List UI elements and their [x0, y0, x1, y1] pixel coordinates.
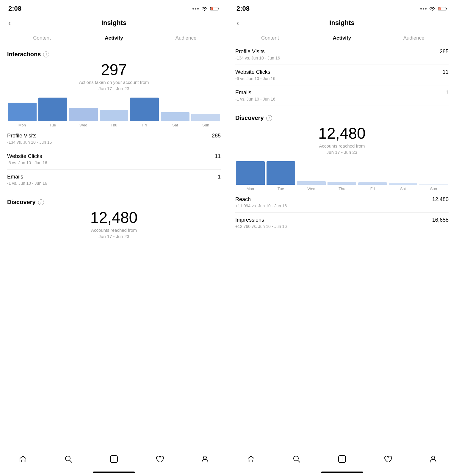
metric-reach-r: Reach 12,480 +11,094 vs. Jun 10 - Jun 16	[235, 192, 449, 213]
d-bar-col-fri: Fri	[358, 161, 387, 191]
discovery-label: Discovery	[7, 199, 36, 206]
website-clicks-value-r: 11	[443, 69, 449, 75]
bar-col-mon: Mon	[8, 98, 37, 127]
discovery-sub: Accounts reached fromJun 17 - Jun 23	[7, 227, 221, 239]
nav-search-left[interactable]	[61, 454, 76, 464]
bar-sat	[161, 112, 189, 121]
tab-activity-left[interactable]: Activity	[78, 32, 150, 44]
tab-audience-right[interactable]: Audience	[378, 32, 450, 44]
svg-rect-10	[446, 8, 447, 9]
d-bar-sun	[419, 184, 448, 185]
d-bar-label-wed: Wed	[308, 187, 316, 191]
emails-sub-r: -1 vs. Jun 10 - Jun 16	[235, 97, 449, 101]
left-phone: 2:08	[0, 0, 228, 476]
discovery-label-r: Discovery	[235, 115, 264, 121]
bar-col-thu: Thu	[100, 98, 129, 127]
status-icons-left	[192, 6, 220, 11]
d-bar-wed	[297, 181, 326, 185]
svg-line-13	[298, 460, 300, 462]
website-clicks-value: 11	[215, 153, 221, 159]
tabs-left: Content Activity Audience	[0, 32, 228, 44]
interactions-sub: Actions taken on your account fromJun 17…	[7, 79, 221, 92]
metric-website-clicks-r: Website Clicks 11 -6 vs. Jun 10 - Jun 16	[235, 65, 449, 85]
discovery-info-icon[interactable]: i	[38, 199, 44, 205]
d-bar-label-fri: Fri	[370, 187, 375, 191]
content-right: Profile Visits 285 -134 vs. Jun 10 - Jun…	[228, 44, 456, 450]
d-bar-thu	[327, 182, 356, 185]
search-icon	[64, 455, 73, 463]
emails-label: Emails	[7, 174, 23, 180]
metric-website-clicks: Website Clicks 11 -6 vs. Jun 10 - Jun 16	[7, 149, 221, 170]
bar-col-sun: Sun	[191, 98, 220, 127]
website-clicks-sub-r: -6 vs. Jun 10 - Jun 16	[235, 76, 449, 81]
back-button-right[interactable]: ‹	[234, 18, 242, 28]
discovery-total: 12,480	[7, 210, 221, 225]
bar-wed	[69, 108, 98, 121]
emails-value: 1	[218, 174, 221, 180]
discovery-heading-r: Discovery i	[235, 115, 449, 121]
tab-content-left[interactable]: Content	[6, 32, 78, 44]
website-clicks-label-r: Website Clicks	[235, 69, 270, 75]
d-bar-sat	[389, 183, 418, 185]
tab-activity-right[interactable]: Activity	[306, 32, 378, 44]
discovery-heading: Discovery i	[7, 199, 221, 206]
home-icon	[19, 455, 27, 463]
impressions-value-r: 16,658	[432, 217, 449, 223]
tabs-right: Content Activity Audience	[228, 32, 456, 44]
person-icon	[201, 455, 209, 463]
bar-col-tue: Tue	[38, 98, 67, 127]
interactions-bar-chart: Mon Tue Wed Thu	[7, 98, 221, 127]
status-icons-right	[420, 6, 447, 11]
heart-icon	[155, 455, 164, 463]
tab-content-right[interactable]: Content	[234, 32, 306, 44]
wifi-icon-r	[429, 6, 435, 11]
d-bar-label-sun: Sun	[430, 187, 437, 191]
d-bar-label-tue: Tue	[278, 187, 284, 191]
status-time-right: 2:08	[236, 5, 250, 12]
reach-value-r: 12,480	[432, 196, 449, 203]
d-bar-label-mon: Mon	[247, 187, 254, 191]
metric-profile-visits-r: Profile Visits 285 -134 vs. Jun 10 - Jun…	[235, 44, 449, 65]
nav-home-right[interactable]	[244, 454, 258, 464]
d-bar-label-sat: Sat	[400, 187, 406, 191]
tab-audience-left[interactable]: Audience	[150, 32, 222, 44]
svg-rect-1	[218, 8, 219, 9]
nav-add-right[interactable]	[335, 454, 349, 464]
emails-sub: -1 vs. Jun 10 - Jun 16	[7, 181, 221, 186]
content-left: Interactions i 297 Actions taken on your…	[0, 44, 228, 450]
home-indicator-right	[321, 472, 363, 473]
back-button-left[interactable]: ‹	[6, 18, 13, 28]
profile-visits-sub-r: -134 vs. Jun 10 - Jun 16	[235, 56, 449, 60]
status-bar-right: 2:08	[228, 0, 456, 15]
right-phone: 2:08	[228, 0, 456, 476]
header-right: ‹ Insights	[228, 15, 456, 32]
bar-chart-bars: Mon Tue Wed Thu	[7, 98, 221, 127]
profile-visits-value-r: 285	[440, 48, 449, 55]
status-bar-left: 2:08	[0, 0, 228, 15]
nav-heart-right[interactable]	[380, 454, 395, 464]
bar-tue	[38, 98, 67, 121]
d-bar-tue	[267, 161, 295, 185]
bar-label-mon: Mon	[18, 123, 26, 127]
metric-emails: Emails 1 -1 vs. Jun 10 - Jun 16	[7, 170, 221, 190]
nav-profile-left[interactable]	[198, 454, 212, 464]
signal-dots-icon-r	[420, 8, 427, 10]
svg-line-4	[70, 460, 72, 462]
profile-visits-sub: -134 vs. Jun 10 - Jun 16	[7, 140, 221, 145]
nav-home-left[interactable]	[16, 454, 30, 464]
nav-search-right[interactable]	[289, 454, 304, 464]
bar-col-fri: Fri	[130, 98, 159, 127]
bar-col-sat: Sat	[161, 98, 189, 127]
bar-label-tue: Tue	[49, 123, 56, 127]
metric-profile-visits: Profile Visits 285 -134 vs. Jun 10 - Jun…	[7, 129, 221, 149]
discovery-info-icon-r[interactable]: i	[266, 115, 272, 121]
bar-label-sat: Sat	[172, 123, 178, 127]
emails-value-r: 1	[446, 90, 449, 96]
page-title-right: Insights	[329, 19, 354, 27]
nav-heart-left[interactable]	[152, 454, 167, 464]
interactions-info-icon[interactable]: i	[43, 51, 49, 57]
nav-add-left[interactable]	[107, 454, 121, 464]
heart-icon-r	[383, 455, 392, 463]
d-bar-col-tue: Tue	[267, 161, 295, 191]
nav-profile-right[interactable]	[426, 454, 440, 464]
